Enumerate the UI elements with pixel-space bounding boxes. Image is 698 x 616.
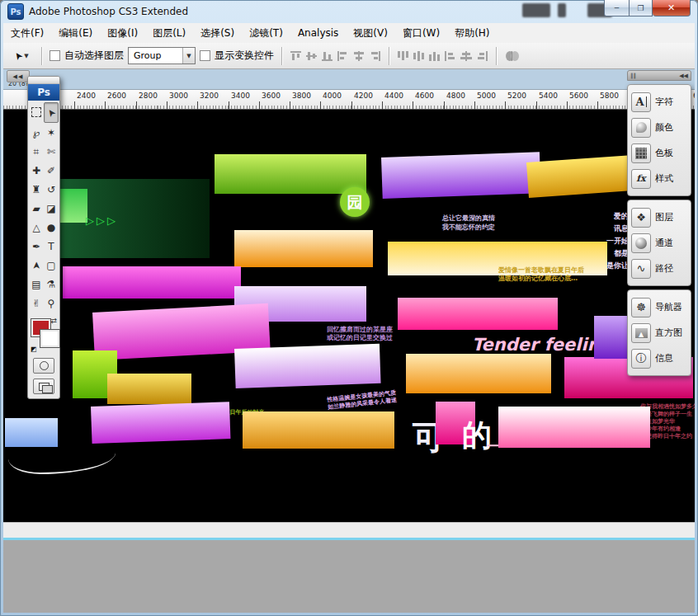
menu-edit[interactable]: 编辑(E) <box>51 23 100 43</box>
toolbox-grip[interactable] <box>28 77 59 84</box>
screen-mode-button[interactable] <box>33 379 54 394</box>
screen-mode-icon <box>39 383 50 391</box>
titlebar-reflection <box>522 3 550 17</box>
panel-button-histogram[interactable]: ▲直方图 <box>631 320 687 346</box>
distribute-bottom-edges-icon[interactable] <box>428 50 441 62</box>
path-selection-tool[interactable]: ➤ <box>29 256 44 275</box>
shape-tool[interactable]: ▢ <box>44 256 59 275</box>
auto-align-layers-icon[interactable] <box>504 50 521 62</box>
document-canvas[interactable]: 之▷▷▷青苹果乐园爱情誓言总让它最深的真情 我不能忘怀的约定爱你的句爱的 讯息 … <box>3 110 695 522</box>
panel-group: A字符颜色色板fx样式 <box>627 84 691 196</box>
swap-colors-icon[interactable]: ⇄ <box>50 317 57 325</box>
character-panel-icon: A <box>631 92 651 112</box>
show-transform-controls-checkbox[interactable] <box>200 50 210 61</box>
dock-collapse-icon[interactable]: ◀◀ <box>679 73 688 79</box>
rectangular-marquee-tool[interactable] <box>29 102 44 121</box>
panel-button-paths[interactable]: ∿路径 <box>631 256 687 281</box>
zoom-tool[interactable]: ⚲ <box>44 294 59 313</box>
panel-button-channels[interactable]: 通道 <box>631 230 687 256</box>
panel-button-styles[interactable]: fx样式 <box>631 166 687 191</box>
dodge-tool[interactable]: ● <box>44 218 59 237</box>
menu-file[interactable]: 文件(F) <box>3 23 51 43</box>
group-select[interactable]: Group ▼ <box>128 47 196 64</box>
blur-tool[interactable]: △ <box>29 218 44 237</box>
styles-panel-icon: fx <box>631 169 651 189</box>
brush-tool-icon: ✐ <box>47 165 55 176</box>
pen-tool[interactable]: ✒ <box>29 237 44 256</box>
panel-group: ☸导航器▲直方图ⓘ信息 <box>627 289 691 376</box>
shape-tool-icon: ▢ <box>46 260 55 271</box>
menu-analysis[interactable]: Analysis <box>290 23 346 43</box>
brush-tool[interactable]: ✐ <box>44 161 59 180</box>
move-tool-preset[interactable]: ➤ ▼ <box>9 46 34 66</box>
distribute-right-edges-icon[interactable] <box>475 50 488 62</box>
layers-panel-icon: ❖ <box>631 208 651 228</box>
panel-button-navigator[interactable]: ☸导航器 <box>631 294 687 320</box>
type-tool[interactable]: T <box>44 237 59 256</box>
crop-tool[interactable]: ⌗ <box>29 142 44 161</box>
menu-layer[interactable]: 图层(L) <box>145 23 193 43</box>
panel-button-swatches[interactable]: 色板 <box>631 140 687 166</box>
slice-tool[interactable]: ✄ <box>44 142 59 161</box>
panel-dock-header[interactable]: ∥∥ ◀◀ <box>627 70 691 81</box>
paint-bucket-tool[interactable]: ◪ <box>44 199 59 218</box>
show-transform-controls-label: 显示变换控件 <box>215 49 274 63</box>
menu-view[interactable]: 视图(V) <box>346 23 395 43</box>
quick-selection-tool-icon: ✶ <box>47 127 55 139</box>
panel-button-info[interactable]: ⓘ信息 <box>631 346 687 371</box>
menu-image[interactable]: 图像(I) <box>100 23 145 43</box>
healing-brush-tool[interactable]: ✚ <box>29 161 44 180</box>
crop-tool-icon: ⌗ <box>34 146 40 158</box>
close-button[interactable]: ✕ <box>653 0 691 16</box>
distribute-vertical-centers-icon[interactable] <box>413 50 426 62</box>
color-wells: ⇄ ◩ <box>31 317 57 353</box>
menu-help[interactable]: 帮助(H) <box>447 23 497 43</box>
ruler-label: 3000 <box>169 92 188 100</box>
move-tool[interactable]: ➤ <box>44 102 59 123</box>
panel-button-color[interactable]: 颜色 <box>631 115 687 140</box>
distribute-horizontal-centers-icon[interactable] <box>460 50 473 62</box>
ruler-label: 4200 <box>354 92 373 100</box>
art-zoujin: 进幸福的照片 <box>63 266 241 299</box>
panel-button-layers[interactable]: ❖图层 <box>631 205 687 230</box>
art-xiajie-caption: 爱情像一首老歌飘在夏日午后 温暖如初的记忆藏在心底… <box>498 266 584 283</box>
workspace: 20 (8#) 02400260028003000320034003600380… <box>3 69 695 613</box>
menu-filter[interactable]: 滤镜(T) <box>242 23 290 43</box>
ruler-label: 2600 <box>107 92 126 100</box>
eyedropper-tool[interactable]: ⚗ <box>44 275 59 294</box>
art-qixu-swirl <box>8 453 116 474</box>
align-horizontal-centers-icon[interactable] <box>352 50 366 62</box>
panel-label: 样式 <box>655 172 673 185</box>
background-color-swatch[interactable] <box>40 330 59 347</box>
align-top-edges-icon[interactable] <box>290 50 303 62</box>
history-brush-tool[interactable]: ↺ <box>44 180 59 199</box>
hand-tool-icon: ✌ <box>32 298 40 309</box>
hand-tool[interactable]: ✌ <box>29 294 44 313</box>
color-panel-icon <box>631 118 651 138</box>
distribute-top-edges-icon[interactable] <box>397 50 410 62</box>
align-buttons <box>290 50 381 62</box>
zoom-tool-icon: ⚲ <box>48 298 55 309</box>
lasso-tool[interactable]: ℘ <box>29 123 44 142</box>
default-colors-icon[interactable]: ◩ <box>31 346 37 353</box>
toolbox-collapse-tab[interactable]: ◀◀ <box>7 70 30 82</box>
maximize-button[interactable]: ❐ <box>630 0 653 16</box>
toolbox-header[interactable]: Ps <box>28 84 59 101</box>
align-left-edges-icon[interactable] <box>337 50 350 62</box>
align-vertical-centers-icon[interactable] <box>305 50 318 62</box>
quick-selection-tool[interactable]: ✶ <box>44 123 59 142</box>
menu-window[interactable]: 窗口(W) <box>395 23 447 43</box>
auto-select-layer-checkbox[interactable] <box>50 50 60 61</box>
ruler-label: 4000 <box>323 92 342 100</box>
quick-mask-mode-button[interactable] <box>33 358 54 374</box>
minimize-button[interactable]: ─ <box>604 0 630 16</box>
eraser-tool[interactable]: ▰ <box>29 199 44 218</box>
notes-tool[interactable]: ▤ <box>29 275 44 294</box>
align-bottom-edges-icon[interactable] <box>321 50 334 62</box>
menu-select[interactable]: 选择(S) <box>193 23 242 43</box>
divider <box>496 47 497 65</box>
align-right-edges-icon[interactable] <box>368 50 381 62</box>
clone-stamp-tool[interactable]: ♜ <box>29 180 44 199</box>
panel-button-character[interactable]: A字符 <box>631 89 687 115</box>
distribute-left-edges-icon[interactable] <box>444 50 457 62</box>
